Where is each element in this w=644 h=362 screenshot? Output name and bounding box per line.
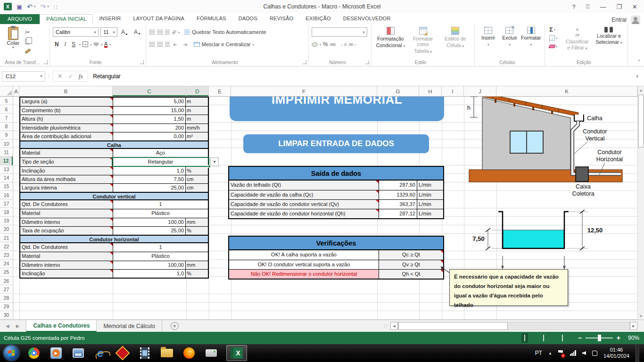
input-table-row[interactable]: Qtd. De Condutores 1 (20, 243, 208, 252)
cell-label[interactable]: Inclinação (20, 167, 113, 175)
input-table-row[interactable]: Material Plástico (20, 252, 208, 260)
input-table-row[interactable]: Intensidade pluviométrica 200 mm/h (20, 123, 208, 132)
cell-unit[interactable]: L/min (417, 200, 443, 209)
sheet-tab[interactable]: Calhas e Condutores (26, 320, 97, 332)
cell-value[interactable]: 5,00 (113, 98, 185, 106)
row-header[interactable]: 29 (0, 303, 13, 311)
cell-unit[interactable]: % (185, 270, 208, 278)
cell-label[interactable]: Capacidade de vazão da calha (Qc) (229, 190, 379, 199)
output-table-row[interactable]: Vazão do telhado (Qt) 287,50 L/min (229, 181, 443, 190)
hscroll-right-icon[interactable]: ▶ (630, 322, 637, 330)
row-header[interactable]: 28 (0, 294, 13, 302)
splitter-dots[interactable]: ⁞⁞ (384, 324, 388, 329)
cell-value[interactable]: 25,00 (113, 227, 185, 235)
output-table-row[interactable]: Capacidade de vazão da calha (Qc) 1329,6… (229, 190, 443, 199)
cell-unit[interactable]: mm (185, 261, 208, 269)
save-icon[interactable]: ▣ (17, 3, 22, 10)
zoom-slider[interactable] (586, 337, 613, 338)
fill-handle[interactable] (208, 165, 211, 168)
cell-unit[interactable]: cm (185, 175, 208, 183)
copy-button[interactable]: ▾ (24, 37, 33, 46)
cell-unit[interactable]: L/min (417, 209, 443, 218)
cell-label[interactable]: Material (20, 209, 113, 217)
page-break-view-button[interactable] (559, 333, 566, 343)
shrink-font-button[interactable]: A▼ (132, 29, 143, 35)
volume-icon[interactable] (582, 351, 586, 355)
qat-customize-icon[interactable]: ⸬ (54, 4, 57, 10)
check-condition[interactable]: Qh < Qt (379, 270, 443, 279)
cell-label[interactable]: Altura da área molhada (20, 175, 113, 183)
row-header[interactable]: 19 (0, 217, 13, 225)
scroll-down-icon[interactable]: ▼ (638, 312, 644, 320)
clear-inputs-button[interactable]: LIMPAR ENTRADA DE DADOS (243, 134, 429, 153)
cell-value[interactable]: 287,12 (379, 209, 417, 218)
input-table-row[interactable]: Material Plástico (20, 209, 208, 217)
vertical-scrollbar[interactable]: ▲ ▼ (637, 86, 644, 320)
language-indicator[interactable]: PT (535, 350, 542, 356)
align-right-icon[interactable] (165, 42, 170, 47)
decrease-decimal-icon[interactable]: ,00→ (348, 42, 356, 47)
cell-value[interactable]: 287,50 (379, 181, 417, 190)
cell-label[interactable]: Material (20, 252, 113, 260)
dialog-launcher-icon[interactable] (365, 60, 369, 64)
row-header[interactable]: 14 (0, 174, 13, 182)
undo-icon[interactable]: ↶ (27, 3, 33, 10)
row-header[interactable]: 5 (0, 97, 13, 105)
normal-view-button[interactable] (521, 333, 528, 343)
cell-value[interactable]: 363,37 (379, 200, 417, 209)
cell-label[interactable]: Material (20, 149, 113, 157)
cell-value[interactable]: 0,00 (113, 132, 185, 140)
row-header[interactable]: 10 (0, 140, 13, 148)
cell-label[interactable]: Condutor vertical (20, 193, 208, 199)
check-row[interactable]: OK! O condutor vertical suporta a vazão … (229, 260, 443, 269)
select-all-corner[interactable] (0, 86, 13, 96)
ribbon-tab[interactable]: INSERIR (93, 14, 127, 24)
row-header[interactable]: 12 (0, 156, 13, 165)
borders-icon[interactable] (83, 41, 88, 47)
ribbon-tab[interactable]: REVISÃO (264, 14, 299, 24)
cell-label[interactable]: Condutor horizontal (20, 236, 208, 242)
row-header[interactable]: 7 (0, 114, 13, 122)
wrap-text-button[interactable]: Quebrar Texto Automaticamente (184, 29, 266, 35)
fax-scanner-icon[interactable] (204, 346, 218, 360)
column-header[interactable]: K (496, 86, 637, 96)
cell-label[interactable]: Diâmetro interno (20, 261, 113, 269)
page-layout-view-button[interactable] (540, 333, 547, 343)
row-header[interactable]: 21 (0, 234, 13, 242)
check-row[interactable]: Não OK! Redimensionar o condutor horizon… (229, 269, 443, 279)
row-header[interactable]: 17 (0, 199, 13, 208)
redo-icon[interactable]: ↷ (41, 3, 46, 10)
input-table-row[interactable]: Diâmetro interno 100,00 mm (20, 218, 208, 226)
dialog-launcher-icon[interactable] (140, 60, 144, 64)
name-box[interactable]: C12 ▼ (2, 71, 45, 82)
expand-formula-bar-icon[interactable]: ▾ (636, 74, 642, 79)
check-message[interactable]: OK! A calha suporta a vazão (229, 250, 379, 260)
cell-value[interactable]: Plástico (113, 252, 208, 260)
cell-unit[interactable]: m (185, 98, 208, 106)
row-header[interactable]: 18 (0, 208, 13, 216)
cell-value[interactable]: 1,50 (113, 115, 185, 123)
file-explorer-icon[interactable] (160, 346, 174, 360)
internet-explorer-icon[interactable]: e (93, 346, 107, 360)
worksheet-grid[interactable]: 5678910111213141516171819202122232425262… (0, 97, 644, 320)
column-header[interactable]: C (113, 86, 186, 96)
collapse-ribbon-icon[interactable]: ⌃ (637, 59, 641, 64)
cell-value[interactable]: 25,00 (113, 184, 185, 192)
chevron-down-icon[interactable]: ▾ (34, 5, 36, 8)
sheet-tab[interactable]: Memorial de Cálculo (97, 320, 162, 332)
ribbon-tab[interactable]: ARQUIVO (0, 14, 40, 24)
check-message[interactable]: Não OK! Redimensionar o condutor horizon… (229, 270, 379, 279)
cell-unit[interactable]: % (185, 167, 208, 175)
cell-unit[interactable]: % (185, 227, 208, 235)
column-header[interactable]: D (186, 86, 209, 96)
chrome-icon[interactable] (27, 346, 41, 360)
cell-label[interactable]: Área de contribuição adicional (20, 132, 113, 140)
ribbon-tab[interactable]: LAYOUT DA PÁGINA (127, 14, 191, 24)
row-header[interactable]: 16 (0, 191, 13, 199)
fill-button[interactable]: ↓▾ (548, 34, 561, 41)
row-header[interactable]: 25 (0, 268, 13, 277)
row-header[interactable]: 27 (0, 285, 13, 294)
cell-label[interactable]: Capacidade de vazão do condutor vertical… (229, 200, 379, 209)
media-player-icon[interactable]: ▶ (49, 346, 63, 360)
paste-button[interactable]: Colar ▼ (3, 26, 24, 58)
